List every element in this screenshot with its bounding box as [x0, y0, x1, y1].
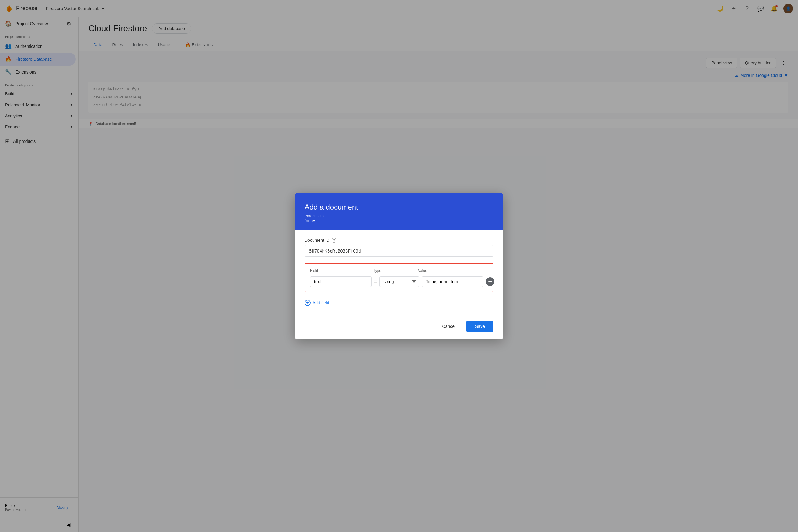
doc-id-label-row: Document ID ?	[305, 238, 493, 243]
add-field-icon: +	[305, 300, 311, 306]
cancel-button[interactable]: Cancel	[435, 321, 463, 332]
document-id-input[interactable]	[305, 245, 493, 257]
field-row-0: = string number boolean map array null t…	[310, 277, 488, 287]
dialog-body: Document ID ? Field Type Value = string …	[295, 230, 503, 316]
value-col-label: Value	[418, 268, 488, 273]
add-field-label: Add field	[312, 300, 329, 305]
dialog-footer: Cancel Save	[295, 316, 503, 339]
save-button[interactable]: Save	[467, 321, 493, 332]
field-value-input[interactable]	[422, 277, 483, 287]
modal-overlay[interactable]: Add a document Parent path /notes Docume…	[0, 0, 798, 532]
dialog-title: Add a document	[305, 203, 493, 211]
dialog-header: Add a document Parent path /notes	[295, 193, 503, 230]
add-field-button[interactable]: + Add field	[305, 297, 329, 308]
dialog-parent-label: Parent path	[305, 214, 493, 218]
field-col-label: Field	[310, 268, 359, 273]
type-col-label: Type	[373, 268, 413, 273]
dialog-parent-path: /notes	[305, 218, 493, 223]
add-document-dialog: Add a document Parent path /notes Docume…	[295, 193, 503, 339]
field-name-input[interactable]	[310, 277, 372, 287]
doc-id-label-text: Document ID	[305, 238, 330, 243]
field-type-select[interactable]: string number boolean map array null tim…	[379, 277, 419, 287]
fields-section: Field Type Value = string number boolean…	[305, 263, 493, 292]
equals-sign: =	[374, 279, 377, 284]
remove-field-button[interactable]	[486, 277, 494, 286]
doc-id-help-icon[interactable]: ?	[331, 238, 337, 243]
fields-header: Field Type Value	[310, 268, 488, 273]
